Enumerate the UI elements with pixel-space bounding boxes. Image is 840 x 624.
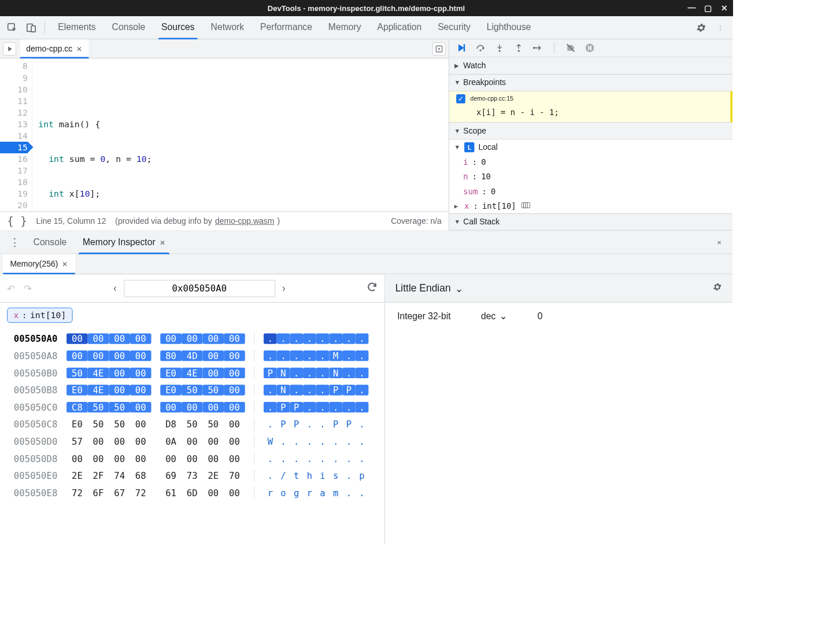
close-drawer-icon[interactable]: ✕ <box>711 234 727 250</box>
hex-byte[interactable]: E0 <box>66 419 88 429</box>
step-icon[interactable] <box>532 42 544 54</box>
hex-byte[interactable]: 74 <box>109 470 130 481</box>
device-toggle-icon[interactable] <box>23 20 39 36</box>
hex-byte[interactable]: 00 <box>203 453 224 463</box>
hex-byte[interactable]: 72 <box>66 488 88 498</box>
code-editor[interactable]: 891011121314151617181920 int main() { in… <box>0 58 449 211</box>
maximize-icon[interactable]: ▢ <box>703 3 712 13</box>
hex-byte[interactable]: 61 <box>160 488 182 498</box>
refresh-icon[interactable] <box>367 282 378 296</box>
interpreter-settings-icon[interactable] <box>712 282 722 295</box>
hex-byte[interactable]: D8 <box>160 419 182 429</box>
settings-gear-icon[interactable] <box>693 20 709 36</box>
hex-byte[interactable]: 50 <box>109 419 130 429</box>
scope-section[interactable]: ▼Scope <box>449 123 732 139</box>
hex-byte[interactable]: 2E <box>203 470 224 481</box>
hex-byte[interactable]: 00 <box>160 453 182 463</box>
breakpoints-section[interactable]: ▼Breakpoints <box>449 75 732 91</box>
redo-icon[interactable]: ↷ <box>24 282 32 294</box>
address-input[interactable] <box>124 280 275 297</box>
hex-byte[interactable]: 00 <box>203 488 224 498</box>
hex-byte[interactable]: 00 <box>109 453 130 463</box>
hex-byte[interactable]: 00 <box>182 333 203 344</box>
hex-byte[interactable]: 50 <box>109 402 130 412</box>
hex-byte[interactable]: 00 <box>130 419 151 429</box>
hex-byte[interactable]: 00 <box>109 333 130 344</box>
panel-tab-memory[interactable]: Memory <box>320 16 369 39</box>
drawer-tab-console[interactable]: Console <box>26 231 73 253</box>
close-drawer-tab-icon[interactable]: ✕ <box>160 238 165 246</box>
step-over-icon[interactable] <box>475 42 487 54</box>
hex-byte[interactable]: 00 <box>160 333 182 344</box>
hex-grid[interactable]: 005050A00000000000000000........005050A8… <box>0 328 384 544</box>
wasm-link[interactable]: demo-cpp.wasm <box>215 217 274 226</box>
hex-byte[interactable]: 50 <box>88 419 109 429</box>
hex-byte[interactable]: 73 <box>182 470 203 481</box>
hex-byte[interactable]: 00 <box>88 350 109 361</box>
step-into-icon[interactable] <box>494 42 506 54</box>
hex-byte[interactable]: 50 <box>182 385 203 395</box>
hex-byte[interactable]: 50 <box>66 367 88 378</box>
hex-byte[interactable]: 00 <box>66 350 88 361</box>
deactivate-breakpoints-icon[interactable] <box>565 42 577 54</box>
hex-byte[interactable]: 00 <box>109 350 130 361</box>
close-memory-tab-icon[interactable]: ✕ <box>62 260 68 268</box>
memory-tab[interactable]: Memory(256) ✕ <box>3 254 75 274</box>
panel-tab-sources[interactable]: Sources <box>153 16 202 39</box>
inspect-element-icon[interactable] <box>4 20 20 36</box>
show-navigator-icon[interactable] <box>3 42 16 56</box>
watch-section[interactable]: ▶Watch <box>449 57 732 74</box>
hex-byte[interactable]: 4E <box>88 367 109 378</box>
hex-byte[interactable]: 00 <box>88 436 109 446</box>
undo-icon[interactable]: ↶ <box>7 282 16 294</box>
hex-byte[interactable]: E0 <box>160 367 182 378</box>
pause-exceptions-icon[interactable] <box>584 42 596 54</box>
next-page-icon[interactable]: › <box>282 282 286 294</box>
hex-byte[interactable]: 72 <box>130 488 151 498</box>
hex-byte[interactable]: 00 <box>88 333 109 344</box>
panel-tab-network[interactable]: Network <box>203 16 252 39</box>
hex-byte[interactable]: 00 <box>224 436 245 446</box>
hex-byte[interactable]: 00 <box>130 333 151 344</box>
breakpoint-row[interactable]: ✓ demo-cpp.cc:15 x[i] = n - i - 1; <box>449 91 732 123</box>
hex-byte[interactable]: 00 <box>109 367 130 378</box>
hex-byte[interactable]: 00 <box>130 453 151 463</box>
hex-byte[interactable]: 0A <box>160 436 182 446</box>
panel-tab-lighthouse[interactable]: Lighthouse <box>479 16 539 39</box>
hex-byte[interactable]: 00 <box>224 367 245 378</box>
hex-byte[interactable]: 00 <box>109 436 130 446</box>
callstack-section[interactable]: ▼Call Stack <box>449 213 732 231</box>
panel-tab-console[interactable]: Console <box>104 16 153 39</box>
hex-byte[interactable]: 68 <box>130 470 151 481</box>
drawer-tab-memory-inspector[interactable]: Memory Inspector ✕ <box>76 231 172 253</box>
hex-byte[interactable]: 00 <box>109 385 130 395</box>
hex-byte[interactable]: 4E <box>182 367 203 378</box>
panel-tab-security[interactable]: Security <box>430 16 479 39</box>
hex-byte[interactable]: 00 <box>203 367 224 378</box>
hex-byte[interactable]: 50 <box>203 385 224 395</box>
breakpoint-checkbox[interactable]: ✓ <box>456 94 465 104</box>
hex-byte[interactable]: 00 <box>224 419 245 429</box>
hex-byte[interactable]: 00 <box>182 436 203 446</box>
hex-byte[interactable]: 00 <box>224 385 245 395</box>
hex-byte[interactable]: 00 <box>224 402 245 412</box>
object-chip[interactable]: x: int[10] <box>7 308 72 323</box>
step-out-icon[interactable] <box>513 42 525 54</box>
resume-icon[interactable] <box>455 42 467 54</box>
hex-byte[interactable]: 00 <box>182 453 203 463</box>
hex-byte[interactable]: 6D <box>182 488 203 498</box>
hex-byte[interactable]: 80 <box>160 350 182 361</box>
hex-byte[interactable]: 00 <box>88 453 109 463</box>
hex-byte[interactable]: 70 <box>224 470 245 481</box>
hex-byte[interactable]: 4D <box>182 350 203 361</box>
close-tab-icon[interactable]: ✕ <box>76 45 82 53</box>
hex-byte[interactable]: 00 <box>130 367 151 378</box>
hex-byte[interactable]: C8 <box>66 402 88 412</box>
hex-byte[interactable]: 57 <box>66 436 88 446</box>
hex-byte[interactable]: 00 <box>224 488 245 498</box>
drawer-menu-icon[interactable]: ⋮ <box>5 236 24 249</box>
hex-byte[interactable]: 50 <box>203 419 224 429</box>
hex-byte[interactable]: E0 <box>160 385 182 395</box>
hex-byte[interactable]: 00 <box>160 402 182 412</box>
hex-byte[interactable]: 00 <box>182 402 203 412</box>
